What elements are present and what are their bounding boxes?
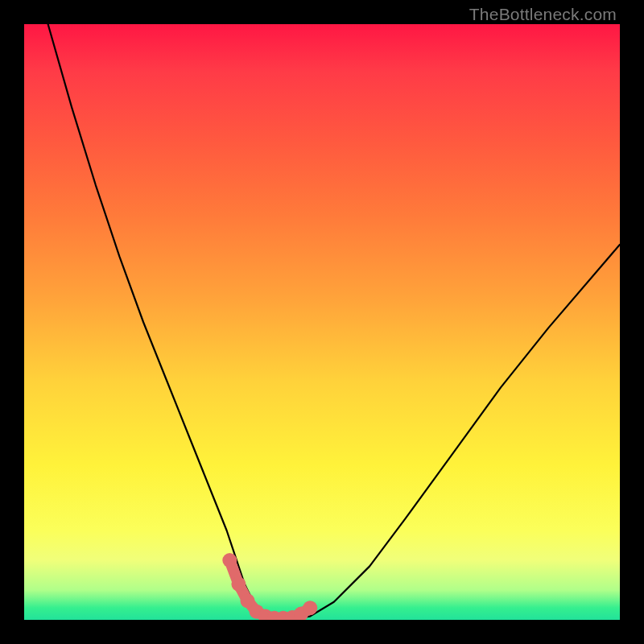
curve-svg [24, 24, 620, 620]
valley-marker-dot [222, 553, 237, 568]
valley-marker-dot [231, 577, 246, 592]
watermark-label: TheBottleneck.com [469, 5, 617, 24]
valley-marker-dot [303, 601, 317, 615]
plot-area [24, 24, 620, 620]
valley-marker-group [222, 553, 317, 620]
chart-stage: TheBottleneck.com [0, 0, 644, 644]
bottleneck-curve-line [48, 24, 620, 619]
